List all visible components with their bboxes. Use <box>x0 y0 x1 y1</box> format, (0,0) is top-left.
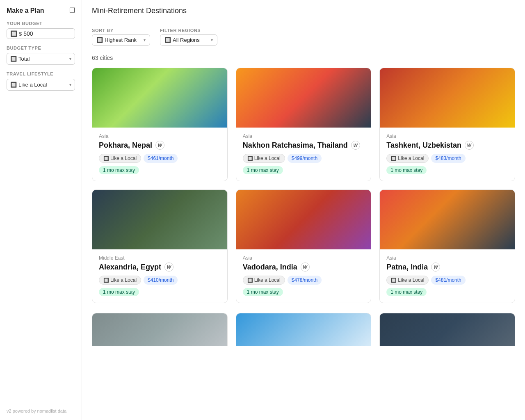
wikipedia-button[interactable]: W <box>301 262 310 272</box>
budget-input-row: 🔲 $ <box>7 28 75 39</box>
filter-regions-select-wrapper[interactable]: 🔲 All Regions Asia Europe Middle East Am… <box>160 34 217 46</box>
sort-flag-icon: 🔲 <box>96 37 103 43</box>
city-card[interactable]: Asia Vadodara, India W 🔲 Like a Local $4… <box>236 189 372 303</box>
filter-chevron-icon: ▾ <box>211 38 213 42</box>
partial-card-image <box>92 313 227 346</box>
sort-by-select-wrapper[interactable]: 🔲 Highest Rank Lowest Cost Best Weather … <box>92 34 150 46</box>
budget-type-label: BUDGET TYPE <box>7 46 75 50</box>
wikipedia-button[interactable]: W <box>465 141 474 150</box>
lifestyle-tag: 🔲 Like a Local <box>243 154 285 163</box>
card-region: Asia <box>243 255 365 261</box>
card-city-name: Tashkent, Uzbekistan <box>386 141 461 150</box>
card-region: Asia <box>243 133 365 139</box>
budget-input[interactable] <box>23 30 52 37</box>
budget-type-select[interactable]: Total Per day Per week <box>18 56 68 62</box>
price-tag: $478/month <box>288 276 322 285</box>
card-image <box>236 190 371 249</box>
currency-symbol: $ <box>19 31 22 37</box>
controls-bar: SORT BY 🔲 Highest Rank Lowest Cost Best … <box>82 22 525 49</box>
travel-lifestyle-select[interactable]: Like a Local Backpacker Nomad Comfortabl… <box>18 82 68 88</box>
filter-regions-select[interactable]: All Regions Asia Europe Middle East Amer… <box>173 37 211 43</box>
card-city-row: Nakhon Ratchasima, Thailand W <box>243 141 365 150</box>
partial-card-image <box>236 313 371 346</box>
card-city-row: Alexandria, Egypt W <box>99 262 221 272</box>
stay-tag: 1 mo max stay <box>386 166 427 174</box>
stay-tag: 1 mo max stay <box>99 288 139 296</box>
sidebar-title: Make a Plan <box>7 7 44 14</box>
wikipedia-button[interactable]: W <box>351 141 360 150</box>
city-card[interactable]: Asia Pokhara, Nepal W 🔲 Like a Local $46… <box>92 68 228 181</box>
main-content: Mini-Retirement Destinations SORT BY 🔲 H… <box>82 0 525 420</box>
card-image <box>380 190 515 249</box>
card-city-name: Alexandria, Egypt <box>99 263 161 272</box>
city-card[interactable]: Asia Patna, India W 🔲 Like a Local $481/… <box>379 189 515 303</box>
lifestyle-tag: 🔲 Like a Local <box>99 154 141 163</box>
sort-chevron-icon: ▾ <box>144 38 146 42</box>
sort-by-label: SORT BY <box>92 28 150 33</box>
city-card[interactable]: Middle East Alexandria, Egypt W 🔲 Like a… <box>92 189 228 303</box>
lifestyle-flag-icon: 🔲 <box>10 82 17 88</box>
partial-city-card[interactable] <box>379 313 515 346</box>
lifestyle-tag: 🔲 Like a Local <box>386 154 429 163</box>
price-tag: $481/month <box>431 276 465 285</box>
cards-grid: Asia Pokhara, Nepal W 🔲 Like a Local $46… <box>82 61 525 313</box>
price-tag: $461/month <box>144 154 178 163</box>
card-tags: 🔲 Like a Local $499/month <box>243 154 365 163</box>
card-city-row: Pokhara, Nepal W <box>99 141 221 150</box>
budget-flag-icon: 🔲 <box>10 30 17 37</box>
wikipedia-button[interactable]: W <box>155 141 164 150</box>
card-city-row: Vadodara, India W <box>243 262 365 272</box>
card-region: Asia <box>386 255 508 261</box>
partial-cards-grid <box>82 313 525 356</box>
budget-type-section: BUDGET TYPE 🔲 Total Per day Per week ▾ <box>7 46 75 65</box>
sort-by-group: SORT BY 🔲 Highest Rank Lowest Cost Best … <box>92 28 150 46</box>
stay-tag: 1 mo max stay <box>99 166 139 174</box>
card-body: Asia Vadodara, India W 🔲 Like a Local $4… <box>236 249 371 303</box>
sidebar-footer: v2 powered by nomadlist data <box>7 409 75 413</box>
card-region: Asia <box>386 133 508 139</box>
partial-card-image <box>380 313 515 346</box>
card-city-name: Pokhara, Nepal <box>99 141 152 150</box>
sort-by-select[interactable]: Highest Rank Lowest Cost Best Weather <box>105 37 144 43</box>
main-header: Mini-Retirement Destinations <box>82 0 525 22</box>
wikipedia-button[interactable]: W <box>431 262 440 272</box>
stay-tag: 1 mo max stay <box>386 288 427 296</box>
budget-label: YOUR BUDGET <box>7 21 75 26</box>
sidebar: Make a Plan ❐ YOUR BUDGET 🔲 $ BUDGET TYP… <box>0 0 82 420</box>
price-tag: $483/month <box>431 154 465 163</box>
card-region: Asia <box>99 133 221 139</box>
card-city-row: Patna, India W <box>386 262 508 272</box>
card-body: Asia Pokhara, Nepal W 🔲 Like a Local $46… <box>92 128 227 181</box>
layout-icon[interactable]: ❐ <box>69 7 75 14</box>
filter-regions-group: FILTER REGIONS 🔲 All Regions Asia Europe… <box>160 28 217 46</box>
price-tag: $410/month <box>144 276 178 285</box>
budget-type-select-wrapper[interactable]: 🔲 Total Per day Per week ▾ <box>7 53 75 65</box>
stay-tag: 1 mo max stay <box>243 288 283 296</box>
city-card[interactable]: Asia Nakhon Ratchasima, Thailand W 🔲 Lik… <box>236 68 372 181</box>
partial-city-card[interactable] <box>92 313 228 346</box>
lifestyle-tag: 🔲 Like a Local <box>243 276 285 285</box>
chevron-down-icon: ▾ <box>69 57 71 61</box>
lifestyle-tag: 🔲 Like a Local <box>386 276 429 285</box>
cities-count: 63 cities <box>82 49 525 61</box>
city-card[interactable]: Asia Tashkent, Uzbekistan W 🔲 Like a Loc… <box>379 68 515 181</box>
card-city-name: Nakhon Ratchasima, Thailand <box>243 141 348 150</box>
lifestyle-tag: 🔲 Like a Local <box>99 276 141 285</box>
lifestyle-chevron-icon: ▾ <box>69 82 71 87</box>
partial-city-card[interactable] <box>236 313 372 346</box>
card-tags: 🔲 Like a Local $483/month <box>386 154 508 163</box>
stay-tag: 1 mo max stay <box>243 166 283 174</box>
travel-lifestyle-select-wrapper[interactable]: 🔲 Like a Local Backpacker Nomad Comforta… <box>7 79 75 91</box>
wikipedia-button[interactable]: W <box>164 262 173 272</box>
sidebar-header: Make a Plan ❐ <box>7 7 75 14</box>
card-image <box>236 68 371 128</box>
card-city-name: Vadodara, India <box>243 263 297 272</box>
card-tags: 🔲 Like a Local $410/month <box>99 276 221 285</box>
card-body: Middle East Alexandria, Egypt W 🔲 Like a… <box>92 249 227 303</box>
card-city-row: Tashkent, Uzbekistan W <box>386 141 508 150</box>
budget-type-flag-icon: 🔲 <box>10 56 17 62</box>
travel-lifestyle-label: TRAVEL LIFESTYLE <box>7 71 75 76</box>
card-body: Asia Nakhon Ratchasima, Thailand W 🔲 Lik… <box>236 128 371 181</box>
card-region: Middle East <box>99 255 221 261</box>
card-image <box>380 68 515 128</box>
